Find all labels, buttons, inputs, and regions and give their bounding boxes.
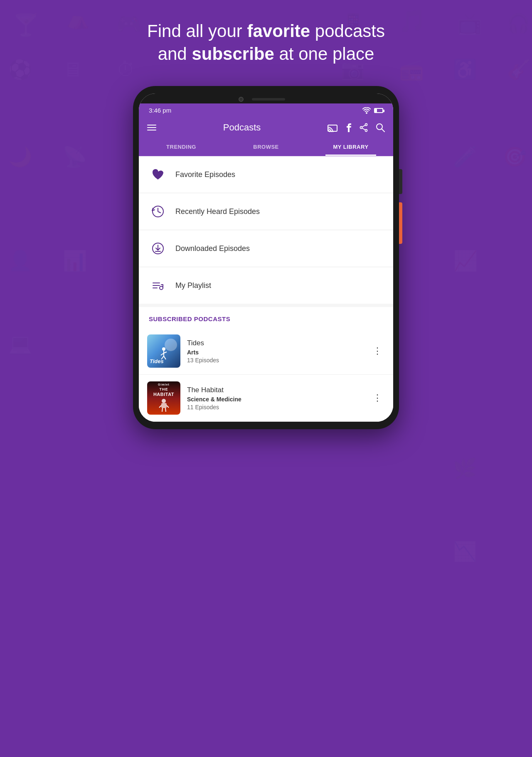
menu-item-favorites[interactable]: Favorite Episodes bbox=[139, 156, 393, 193]
earpiece-speaker bbox=[252, 98, 285, 101]
deco-icon-24: 📉 bbox=[453, 540, 477, 563]
podcast-item-habitat[interactable]: Gimlet THE HABITAT bbox=[139, 375, 393, 422]
downloads-label: Downloaded Episodes bbox=[175, 244, 250, 253]
app-bar: Podcasts bbox=[139, 117, 393, 138]
status-bar: 3:46 pm bbox=[139, 103, 393, 117]
hero-line2-suffix: at one place bbox=[274, 44, 374, 64]
playlist-icon bbox=[149, 276, 167, 295]
hamburger-line-1 bbox=[147, 125, 156, 125]
svg-point-15 bbox=[160, 286, 163, 290]
history-icon bbox=[149, 202, 167, 221]
deco-icon-13: ♿ bbox=[453, 58, 477, 81]
svg-line-26 bbox=[159, 406, 161, 408]
side-button-power bbox=[399, 169, 402, 194]
search-icon[interactable] bbox=[376, 123, 385, 132]
tides-name: Tides bbox=[187, 339, 369, 347]
svg-point-2 bbox=[365, 130, 367, 132]
svg-point-18 bbox=[162, 347, 165, 351]
svg-line-23 bbox=[164, 356, 166, 359]
hero-bold2: subscribe bbox=[192, 44, 274, 64]
wifi-icon bbox=[362, 107, 371, 114]
hero-line1-suffix: podcasts bbox=[310, 21, 385, 41]
tides-artwork: Tides bbox=[147, 334, 180, 368]
svg-line-27 bbox=[167, 406, 169, 408]
side-button-volume bbox=[399, 202, 402, 244]
subscribed-section-header: SUBSCRIBED PODCASTS bbox=[139, 307, 393, 328]
hamburger-menu-icon[interactable] bbox=[147, 125, 156, 130]
podcast-item-tides[interactable]: Tides Tides Arts 13 Episodes ⋮ bbox=[139, 328, 393, 375]
deco-icon-14: 🎸 bbox=[507, 58, 531, 81]
menu-item-recently-heard[interactable]: Recently Heard Episodes bbox=[139, 193, 393, 230]
deco-icon-8: ⚽ bbox=[8, 58, 32, 81]
status-icons bbox=[362, 107, 383, 114]
tab-browse[interactable]: BROWSE bbox=[224, 138, 308, 156]
menu-item-downloads[interactable]: Downloaded Episodes bbox=[139, 230, 393, 267]
hamburger-line-2 bbox=[147, 127, 156, 128]
hero-line1-prefix: Find all your bbox=[147, 21, 247, 41]
habitat-name: The Habitat bbox=[187, 386, 369, 394]
front-camera bbox=[239, 97, 244, 102]
hero-text: Find all your favorite podcasts and subs… bbox=[114, 20, 418, 65]
battery-icon bbox=[374, 108, 383, 113]
deco-icon-7: 🎧 bbox=[507, 12, 530, 34]
tides-more-button[interactable]: ⋮ bbox=[369, 342, 385, 360]
hamburger-line-3 bbox=[147, 130, 156, 130]
svg-line-7 bbox=[382, 129, 384, 132]
subscribed-title: SUBSCRIBED PODCASTS bbox=[149, 315, 230, 322]
heart-icon bbox=[149, 165, 167, 184]
download-icon bbox=[149, 239, 167, 258]
svg-rect-25 bbox=[161, 403, 167, 408]
deco-icon-18: 🎯 bbox=[503, 145, 527, 168]
svg-point-3 bbox=[360, 127, 362, 129]
svg-line-28 bbox=[162, 408, 163, 412]
hero-line2-prefix: and bbox=[158, 44, 192, 64]
recently-heard-label: Recently Heard Episodes bbox=[175, 207, 260, 216]
deco-icon-2: ⛺ bbox=[66, 8, 89, 30]
navigation-tabs: TRENDING BROWSE MY LIBRARY bbox=[139, 138, 393, 156]
tides-category: Arts bbox=[187, 349, 369, 356]
habitat-artwork: Gimlet THE HABITAT bbox=[147, 381, 180, 415]
tab-trending[interactable]: TRENDING bbox=[139, 138, 224, 156]
main-content: Favorite Episodes Recently Heard Episode… bbox=[139, 156, 393, 422]
deco-icon-9: 🖥 bbox=[62, 58, 82, 81]
svg-line-21 bbox=[164, 352, 167, 353]
deco-icon-16: 📡 bbox=[62, 145, 87, 169]
deco-icon-23: 🌿 bbox=[453, 457, 477, 479]
habitat-episodes: 11 Episodes bbox=[187, 404, 369, 410]
app-title: Podcasts bbox=[163, 122, 321, 133]
facebook-icon[interactable] bbox=[346, 123, 352, 132]
deco-icon-21: 📈 bbox=[453, 249, 478, 273]
svg-line-29 bbox=[165, 408, 166, 412]
phone-outer-shell: 3:46 pm bbox=[133, 86, 399, 429]
status-time: 3:46 pm bbox=[149, 107, 171, 114]
svg-line-5 bbox=[362, 128, 365, 130]
deco-icon-6: 📺 bbox=[457, 12, 482, 36]
svg-line-20 bbox=[161, 353, 164, 355]
svg-point-1 bbox=[365, 124, 367, 126]
hero-bold1: favorite bbox=[247, 21, 310, 41]
phone-mockup: 3:46 pm bbox=[133, 86, 399, 429]
tab-my-library[interactable]: MY LIBRARY bbox=[308, 138, 393, 156]
menu-item-playlist[interactable]: My Playlist bbox=[139, 267, 393, 304]
habitat-info: The Habitat Science & Medicine 11 Episod… bbox=[187, 386, 369, 410]
deco-icon-22: 💻 bbox=[8, 332, 32, 355]
habitat-more-button[interactable]: ⋮ bbox=[369, 389, 385, 407]
deco-icon-17: 🧪 bbox=[453, 145, 478, 169]
phone-notch bbox=[139, 93, 393, 103]
deco-icon-1: 🍸 bbox=[12, 12, 39, 38]
phone-screen: 3:46 pm bbox=[139, 93, 393, 422]
tides-info: Tides Arts 13 Episodes bbox=[187, 339, 369, 364]
tides-episodes: 13 Episodes bbox=[187, 357, 369, 364]
cast-icon[interactable] bbox=[328, 123, 338, 132]
library-menu-list: Favorite Episodes Recently Heard Episode… bbox=[139, 156, 393, 304]
share-icon[interactable] bbox=[359, 123, 368, 132]
deco-icon-19: 👤 bbox=[8, 249, 32, 272]
svg-line-4 bbox=[362, 125, 365, 127]
favorites-label: Favorite Episodes bbox=[175, 170, 235, 179]
playlist-label: My Playlist bbox=[175, 281, 211, 290]
deco-icon-20: 📊 bbox=[62, 249, 87, 273]
app-bar-actions bbox=[328, 123, 385, 132]
deco-icon-15: 🌙 bbox=[8, 145, 32, 168]
habitat-category: Science & Medicine bbox=[187, 396, 369, 403]
svg-point-24 bbox=[162, 399, 166, 403]
